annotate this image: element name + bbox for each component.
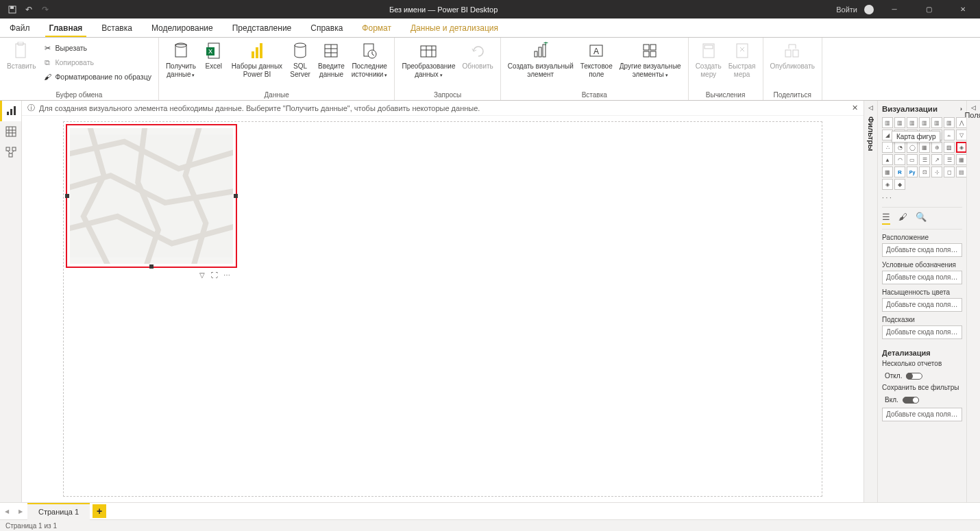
- viz-treemap[interactable]: ▦: [919, 142, 930, 153]
- viz-donut[interactable]: ◯: [907, 142, 918, 153]
- calculator-icon: [699, 41, 718, 60]
- drill-fields-well[interactable]: Добавьте сюда поля дета...: [882, 408, 962, 421]
- viz-waterfall[interactable]: ⫠: [944, 129, 955, 140]
- drillthrough-title: Детализация: [882, 349, 962, 357]
- viz-key-influencers[interactable]: ⊡: [919, 166, 930, 177]
- viz-scatter[interactable]: ∴: [882, 142, 893, 153]
- viz-stacked-bar[interactable]: ▥: [882, 117, 893, 128]
- svg-rect-23: [535, 51, 537, 57]
- svg-line-50: [12, 151, 14, 153]
- transform-data-button[interactable]: Преобразование данных▾: [399, 40, 458, 79]
- viz-filled-map[interactable]: ▧: [944, 142, 955, 153]
- viz-more-button[interactable]: · · ·: [882, 194, 962, 201]
- format-painter-button[interactable]: 🖌 Форматирование по образцу: [40, 70, 154, 84]
- svg-rect-10: [256, 47, 258, 58]
- viz-qa[interactable]: ◻: [944, 166, 955, 177]
- viz-powerapps[interactable]: ◆: [894, 179, 905, 190]
- maximize-button[interactable]: ▢: [915, 0, 942, 18]
- tab-home[interactable]: Главная: [40, 18, 93, 37]
- viz-arcgis[interactable]: ◈: [882, 179, 893, 190]
- close-message-icon[interactable]: ✕: [852, 103, 858, 112]
- pbi-datasets-button[interactable]: Наборы данных Power BI: [229, 40, 285, 79]
- tab-data-drill[interactable]: Данные и детализация: [401, 18, 508, 37]
- tab-modeling[interactable]: Моделирование: [142, 18, 223, 37]
- visual-focus-icon[interactable]: ⛶: [210, 270, 219, 280]
- quick-measure-button: Быстрая мера: [726, 40, 759, 79]
- analytics-tab-icon[interactable]: 🔍: [916, 212, 927, 225]
- shape-map-visual[interactable]: [66, 124, 237, 268]
- minimize-button[interactable]: ─: [881, 0, 908, 18]
- legend-well[interactable]: Добавьте сюда поля с дан...: [882, 271, 962, 284]
- save-icon[interactable]: [7, 4, 18, 15]
- viz-decomposition[interactable]: ⊹: [931, 166, 942, 177]
- viz-slicer[interactable]: ☰: [944, 154, 955, 165]
- undo-icon[interactable]: ↶: [23, 4, 34, 15]
- recent-sources-button[interactable]: Последние источники▾: [349, 40, 391, 79]
- new-visual-button[interactable]: + Создать визуальный элемент: [505, 40, 576, 79]
- fields-pane-collapsed[interactable]: ◁ Поля: [966, 101, 980, 502]
- viz-map[interactable]: ⊕: [931, 142, 942, 153]
- model-view-button[interactable]: [0, 142, 21, 162]
- viz-line[interactable]: ⋀: [956, 117, 966, 128]
- viz-clustered-column[interactable]: ▥: [919, 117, 930, 128]
- location-well[interactable]: Добавьте сюда поля с дан...: [882, 243, 962, 257]
- cross-report-toggle[interactable]: [906, 373, 922, 380]
- textbox-icon: A: [587, 41, 606, 60]
- svg-rect-41: [6, 127, 16, 136]
- enter-data-button[interactable]: Введите данные: [315, 40, 347, 79]
- viz-table[interactable]: ▦: [956, 154, 966, 165]
- tooltips-well[interactable]: Добавьте сюда поля с дан...: [882, 325, 962, 339]
- saturation-well-label: Насыщенность цвета: [882, 288, 962, 296]
- viz-card[interactable]: ▭: [907, 154, 918, 165]
- viz-paginated[interactable]: ▤: [956, 166, 966, 177]
- cut-button[interactable]: ✂ Вырезать: [40, 41, 154, 55]
- viz-shape-map[interactable]: ◈: [956, 142, 966, 153]
- viz-matrix[interactable]: ▦: [882, 166, 893, 177]
- filters-pane-collapsed[interactable]: ◁ Фильтры: [863, 101, 877, 502]
- more-visuals-button[interactable]: Другие визуальные элементы▾: [617, 40, 684, 79]
- get-data-button[interactable]: Получить данные▾: [163, 40, 199, 79]
- excel-button[interactable]: X Excel: [200, 40, 228, 72]
- viz-clustered-bar[interactable]: ▥: [907, 117, 918, 128]
- redo-icon[interactable]: ↷: [40, 4, 51, 15]
- sql-server-button[interactable]: SQL Server: [286, 40, 314, 79]
- add-page-button[interactable]: +: [93, 504, 106, 518]
- tab-view[interactable]: Представление: [223, 18, 302, 37]
- viz-azure-map[interactable]: ▲: [882, 154, 893, 165]
- avatar-icon[interactable]: [864, 5, 874, 14]
- viz-100-stacked-bar[interactable]: ▥: [931, 117, 942, 128]
- viz-funnel[interactable]: ▽: [956, 129, 966, 140]
- format-tab-icon[interactable]: 🖌: [898, 212, 907, 225]
- page-prev-button[interactable]: ◀: [0, 503, 14, 520]
- svg-rect-30: [650, 45, 656, 50]
- viz-py[interactable]: Py: [907, 166, 918, 177]
- data-view-button[interactable]: [0, 121, 21, 142]
- filters-label: Фильтры: [867, 116, 875, 151]
- close-button[interactable]: ✕: [949, 0, 977, 18]
- page-tab-1[interactable]: Страница 1: [27, 503, 90, 520]
- file-tab[interactable]: Файл: [0, 18, 40, 37]
- visual-options-icon[interactable]: ⋯: [222, 270, 232, 280]
- saturation-well[interactable]: Добавьте сюда поля с дан...: [882, 298, 962, 312]
- report-view-button[interactable]: [0, 101, 21, 121]
- viz-r[interactable]: R: [894, 166, 905, 177]
- viz-100-stacked-column[interactable]: ▥: [944, 117, 955, 128]
- text-box-button[interactable]: A Текстовое поле: [578, 40, 615, 79]
- tab-format[interactable]: Формат: [352, 18, 401, 37]
- viz-pie[interactable]: ◔: [894, 142, 905, 153]
- signin-button[interactable]: Войти: [836, 5, 857, 14]
- report-page[interactable]: ▽ ⛶ ⋯: [63, 121, 822, 497]
- fields-tab-icon[interactable]: ☰: [882, 212, 890, 225]
- visual-filter-icon[interactable]: ▽: [197, 270, 207, 280]
- tab-insert[interactable]: Вставка: [92, 18, 142, 37]
- page-next-button[interactable]: ▶: [14, 503, 27, 520]
- quick-measure-icon: [733, 41, 752, 60]
- collapse-viz-icon[interactable]: ›: [960, 106, 962, 112]
- tab-help[interactable]: Справка: [301, 18, 352, 37]
- svg-rect-46: [6, 147, 10, 151]
- viz-kpi[interactable]: ↗: [931, 154, 942, 165]
- viz-stacked-column[interactable]: ▥: [894, 117, 905, 128]
- keep-filters-toggle[interactable]: [903, 397, 919, 404]
- viz-gauge[interactable]: ◠: [894, 154, 905, 165]
- viz-multi-row-card[interactable]: ☰: [919, 154, 930, 165]
